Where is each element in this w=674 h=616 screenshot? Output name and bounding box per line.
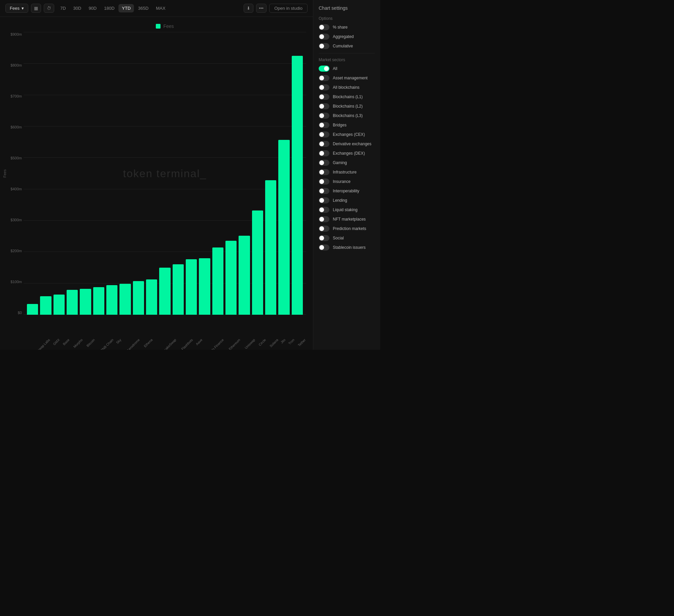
bar-group[interactable]	[159, 32, 170, 315]
more-options-icon[interactable]: •••	[256, 4, 267, 13]
sector-toggle-insurance[interactable]	[319, 179, 329, 185]
bar-group[interactable]	[252, 32, 263, 315]
sector-label: Stablecoin issuers	[333, 245, 365, 250]
x-label-group: Uniswap Labs	[27, 338, 48, 342]
bar-group[interactable]	[146, 32, 157, 315]
bar[interactable]	[106, 285, 117, 315]
bar[interactable]	[199, 258, 210, 315]
toggle-cumulative[interactable]	[319, 43, 329, 49]
chart-area: Fees ▾ ▦ ⏱ 7D30D90D180DYTD365DMAX ⬇ ••• …	[0, 0, 313, 350]
bar[interactable]	[133, 281, 144, 315]
bar-group[interactable]	[54, 32, 65, 315]
bar-group[interactable]	[278, 32, 289, 315]
bar[interactable]	[27, 304, 38, 315]
sector-toggle-gaming[interactable]	[319, 160, 329, 166]
sector-toggle-lending[interactable]	[319, 197, 329, 203]
toggle-%-share[interactable]	[319, 24, 329, 30]
bar[interactable]	[173, 264, 184, 315]
toggle-label: % share	[333, 25, 348, 30]
sector-row: Blockchains (L1)	[319, 94, 375, 100]
sector-toggle-prediction-markets[interactable]	[319, 226, 329, 232]
bar[interactable]	[159, 268, 170, 315]
bar-group[interactable]	[292, 32, 303, 315]
sector-toggle-all-blockchains[interactable]	[319, 84, 329, 90]
x-label-group: GMX	[50, 338, 58, 342]
x-label-group: Uniswap	[240, 338, 253, 342]
sector-label: Asset management	[333, 76, 367, 80]
sector-label: Exchanges (CEX)	[333, 132, 365, 137]
bar-group[interactable]	[27, 32, 38, 315]
bar-chart-icon[interactable]: ▦	[31, 4, 41, 13]
bar[interactable]	[67, 290, 78, 315]
time-btn-180d[interactable]: 180D	[101, 4, 118, 12]
sector-label: All blockchains	[333, 85, 359, 90]
sector-toggle-blockchains-l2-[interactable]	[319, 103, 329, 109]
x-label: Aerodrome	[126, 338, 141, 350]
bar-group[interactable]	[133, 32, 144, 315]
sector-toggle-asset-management[interactable]	[319, 75, 329, 81]
sector-toggle-nft-marketplaces[interactable]	[319, 216, 329, 222]
bar[interactable]	[225, 241, 237, 315]
toggle-aggregated[interactable]	[319, 34, 329, 40]
bar-group[interactable]	[199, 32, 210, 315]
bar-group[interactable]	[212, 32, 223, 315]
bar-group[interactable]	[173, 32, 184, 315]
bar[interactable]	[278, 140, 289, 315]
bar[interactable]	[80, 289, 91, 315]
time-btn-max[interactable]: MAX	[152, 4, 169, 12]
sector-toggle-derivative-exchanges[interactable]	[319, 141, 329, 147]
bar[interactable]	[119, 284, 131, 315]
time-btn-365d[interactable]: 365D	[135, 4, 152, 12]
x-label-group: Circle	[255, 338, 264, 342]
bar-group[interactable]	[80, 32, 91, 315]
sector-toggle-infrastructure[interactable]	[319, 169, 329, 175]
time-btn-30d[interactable]: 30D	[70, 4, 85, 12]
sector-toggle-social[interactable]	[319, 235, 329, 241]
metric-dropdown[interactable]: Fees ▾	[5, 4, 28, 13]
bar[interactable]	[186, 259, 197, 315]
bar[interactable]	[265, 180, 276, 315]
bar[interactable]	[40, 296, 51, 315]
sector-row: Bridges	[319, 122, 375, 128]
bar-group[interactable]	[106, 32, 117, 315]
sector-toggle-exchanges-dex-[interactable]	[319, 150, 329, 156]
bar-group[interactable]	[119, 32, 131, 315]
bar[interactable]	[93, 287, 104, 315]
sector-row: Asset management	[319, 75, 375, 81]
sector-toggle-blockchains-l1-[interactable]	[319, 94, 329, 100]
bar-group[interactable]	[265, 32, 276, 315]
sector-toggle-exchanges-cex-[interactable]	[319, 131, 329, 138]
clock-icon[interactable]: ⏱	[44, 4, 54, 13]
time-btn-ytd[interactable]: YTD	[118, 4, 134, 12]
download-icon[interactable]: ⬇	[244, 4, 253, 13]
sector-label: Gaming	[333, 160, 347, 165]
bar[interactable]	[292, 56, 303, 315]
sector-toggle-all[interactable]	[319, 66, 329, 72]
y-label: $600m	[3, 125, 22, 129]
bar-group[interactable]	[225, 32, 237, 315]
bar-group[interactable]	[40, 32, 51, 315]
sector-label: NFT marketplaces	[333, 217, 366, 222]
bar-group[interactable]	[93, 32, 104, 315]
bar-group[interactable]	[239, 32, 250, 315]
bar-group[interactable]	[67, 32, 78, 315]
bar[interactable]	[239, 236, 250, 315]
sector-toggle-stablecoin-issuers[interactable]	[319, 244, 329, 251]
sector-toggle-liquid-staking[interactable]	[319, 207, 329, 213]
time-btn-7d[interactable]: 7D	[57, 4, 69, 12]
bar[interactable]	[146, 279, 157, 315]
open-studio-button[interactable]: Open in studio	[269, 4, 308, 13]
sector-label: Interoperability	[333, 189, 359, 193]
sector-toggle-blockchains-l3-[interactable]	[319, 113, 329, 119]
bar-group[interactable]	[186, 32, 197, 315]
time-btn-90d[interactable]: 90D	[85, 4, 100, 12]
bar[interactable]	[252, 210, 263, 315]
chevron-down-icon: ▾	[22, 6, 24, 11]
sector-toggle-interoperability[interactable]	[319, 188, 329, 194]
bar[interactable]	[54, 295, 65, 315]
x-label-group: Flashbots	[176, 338, 191, 342]
x-label-group: PancakeSwap	[153, 338, 174, 342]
sector-toggle-bridges[interactable]	[319, 122, 329, 128]
bar[interactable]	[212, 247, 223, 315]
y-label: $800m	[3, 63, 22, 67]
